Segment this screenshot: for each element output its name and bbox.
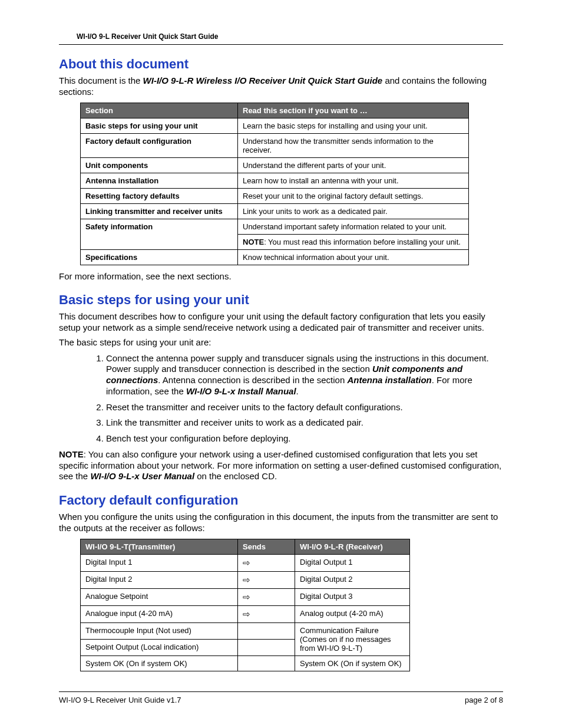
table-row: Factory default configuration Understand… [81, 133, 469, 157]
table-header-row: Section Read this section if you want to… [81, 103, 469, 118]
factory-intro: When you configure the units using the c… [59, 512, 503, 534]
header-rule [59, 44, 503, 45]
cell-note: NOTE: You must read this information bef… [238, 234, 469, 249]
steps-list: Connect the antenna power supply and tra… [94, 353, 503, 444]
about-outro: For more information, see the next secti… [59, 271, 503, 282]
table-row: Safety information Understand important … [81, 219, 469, 234]
step-item: Reset the transmitter and receiver units… [106, 402, 503, 413]
col-receiver: WI-I/O 9-L-R (Receiver) [295, 539, 410, 554]
arrow-icon: ⇨ [238, 571, 295, 588]
cell-section: Resetting factory defaults [81, 188, 238, 203]
note-label: NOTE [59, 449, 84, 459]
cell-desc: Learn the basic steps for installing and… [238, 118, 469, 133]
step-item: Link the transmitter and receiver units … [106, 417, 503, 429]
cell-tx: System OK (On if system OK) [81, 655, 238, 671]
table-row: Unit components Understand the different… [81, 157, 469, 173]
cell-section: Unit components [81, 157, 238, 173]
heading-about: About this document [59, 57, 503, 72]
cell-desc: Understand important safety information … [238, 219, 469, 234]
table-row: Analogue Setpoint ⇨ Digital Output 3 [81, 588, 410, 605]
table-header-row: WI-I/O 9-L-T(Transmitter) Sends WI-I/O 9… [81, 539, 410, 554]
arrow-icon: ⇨ [238, 554, 295, 571]
step-item: Connect the antenna power supply and tra… [106, 353, 503, 397]
footer-left: WI-I/O 9-L Receiver Unit Guide v1.7 [59, 696, 181, 704]
cell-desc: Understand how the transmitter sends inf… [238, 133, 469, 157]
cell-section: Safety information [81, 219, 238, 249]
cell-section: Basic steps for using your unit [81, 118, 238, 133]
step1-b2: Antenna installation [347, 375, 431, 385]
arrow-icon: ⇨ [238, 605, 295, 622]
footer-right: page 2 of 8 [465, 696, 503, 704]
col-read-if: Read this section if you want to … [238, 103, 469, 118]
about-intro-pre: This document is the [59, 75, 143, 85]
cell-rx: Digital Output 1 [295, 554, 410, 571]
about-sections-table: Section Read this section if you want to… [80, 103, 469, 265]
cell-tx: Thermocouple Input (Not used) [81, 622, 238, 639]
about-intro-bold: WI-I/O 9-L-R Wireless I/O Receiver Unit … [143, 75, 383, 85]
step-item: Bench test your configuration before dep… [106, 433, 503, 444]
note-bold: WI-I/O 9-L-x User Manual [90, 471, 194, 481]
cell-desc: Link your units to work as a dedicated p… [238, 203, 469, 219]
note-post: on the enclosed CD. [194, 471, 277, 481]
arrow-icon [238, 655, 295, 671]
table-row: Thermocouple Input (Not used) Communicat… [81, 622, 410, 639]
basic-intro: This document describes how to configure… [59, 311, 503, 334]
cell-section: Antenna installation [81, 173, 238, 188]
cell-rx: Analog output (4-20 mA) [295, 605, 410, 622]
arrow-icon [238, 622, 295, 639]
basic-lead: The basic steps for using your unit are: [59, 337, 503, 348]
step1-b3: WI-I/O 9-L-x Install Manual [186, 386, 296, 396]
cell-desc: Understand the different parts of your u… [238, 157, 469, 173]
col-sends: Sends [238, 539, 295, 554]
note-text: : You must read this information before … [264, 238, 461, 246]
about-intro: This document is the WI-I/O 9-L-R Wirele… [59, 75, 503, 98]
table-row: Resetting factory defaults Reset your un… [81, 188, 469, 203]
heading-basic-steps: Basic steps for using your unit [59, 292, 503, 308]
footer-rule [59, 691, 503, 692]
col-section: Section [81, 103, 238, 118]
cell-tx: Analogue input (4-20 mA) [81, 605, 238, 622]
step1-post: . [296, 386, 299, 396]
cell-section: Specifications [81, 249, 238, 265]
cell-rx: Digital Output 2 [295, 571, 410, 588]
cell-tx: Digital Input 2 [81, 571, 238, 588]
table-row: Digital Input 2 ⇨ Digital Output 2 [81, 571, 410, 588]
table-row: Analogue input (4-20 mA) ⇨ Analog output… [81, 605, 410, 622]
table-row: Basic steps for using your unit Learn th… [81, 118, 469, 133]
table-row: Digital Input 1 ⇨ Digital Output 1 [81, 554, 410, 571]
header-title: WI-I/O 9-L Receiver Unit Quick Start Gui… [59, 32, 503, 41]
cell-desc: Know technical information about your un… [238, 249, 469, 265]
table-row: Antenna installation Learn how to instal… [81, 173, 469, 188]
cell-rx: System OK (On if system OK) [295, 655, 410, 671]
cell-rx: Communication Failure (Comes on if no me… [295, 622, 410, 655]
page-footer: WI-I/O 9-L Receiver Unit Guide v1.7 page… [59, 691, 503, 704]
arrow-icon: ⇨ [238, 588, 295, 605]
factory-mapping-table: WI-I/O 9-L-T(Transmitter) Sends WI-I/O 9… [80, 539, 410, 671]
cell-desc: Learn how to install an antenna with you… [238, 173, 469, 188]
table-row: System OK (On if system OK) System OK (O… [81, 655, 410, 671]
table-row: Specifications Know technical informatio… [81, 249, 469, 265]
cell-tx: Setpoint Output (Local indication) [81, 639, 238, 655]
cell-section: Linking transmitter and receiver units [81, 203, 238, 219]
cell-rx: Digital Output 3 [295, 588, 410, 605]
heading-factory: Factory default configuration [59, 493, 503, 508]
cell-tx: Digital Input 1 [81, 554, 238, 571]
col-transmitter: WI-I/O 9-L-T(Transmitter) [81, 539, 238, 554]
table-row: Linking transmitter and receiver units L… [81, 203, 469, 219]
cell-tx: Analogue Setpoint [81, 588, 238, 605]
note-label: NOTE [243, 238, 264, 246]
cell-section: Factory default configuration [81, 133, 238, 157]
arrow-icon [238, 639, 295, 655]
cell-desc: Reset your unit to the original factory … [238, 188, 469, 203]
basic-note: NOTE: You can also configure your networ… [59, 449, 503, 482]
step1-mid: . Antenna connection is described in the… [158, 375, 347, 385]
